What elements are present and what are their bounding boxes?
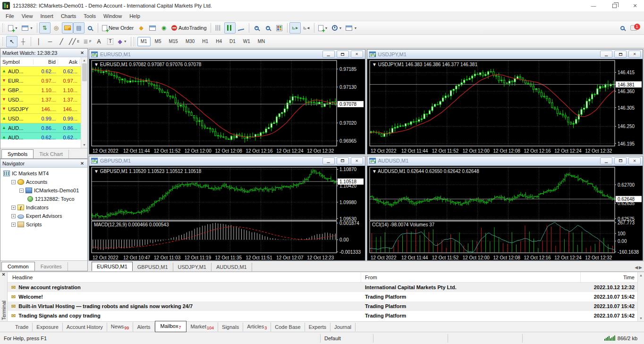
collapse-icon[interactable]: − — [11, 180, 16, 184]
zoom-out-button[interactable]: − — [263, 22, 274, 34]
arrows-menu-button[interactable]: ◆▼ — [116, 36, 128, 47]
chart-shift-button[interactable]: ⊾◂ — [301, 22, 312, 34]
chart-minimize-button[interactable]: ▁ — [322, 157, 335, 164]
scroll-up-icon[interactable]: ▲ — [639, 272, 643, 278]
menu-view[interactable]: View — [18, 12, 37, 20]
trendline-button[interactable]: ╱ — [56, 36, 67, 47]
window-restore-button[interactable] — [605, 0, 623, 11]
menu-window[interactable]: Window — [100, 12, 126, 20]
new-chart-button[interactable]: +▼ — [6, 22, 20, 34]
terminal-tab-trade[interactable]: Trade — [11, 323, 33, 331]
expand-icon[interactable]: + — [11, 223, 16, 227]
menu-charts[interactable]: Charts — [57, 12, 80, 20]
chart-titlebar-usdjpy[interactable]: USDJPY,M1▁✕ — [367, 50, 643, 59]
chart-close-button[interactable]: ✕ — [351, 157, 363, 164]
market-watch-close-button[interactable]: ✕ — [79, 51, 85, 55]
terminal-tab-alerts[interactable]: Alerts — [133, 323, 154, 331]
chart-tab-eurusd-m1[interactable]: EURUSD,M1 — [92, 262, 133, 271]
terminal-tab-account-history[interactable]: Account History — [63, 323, 107, 331]
candlestick-chart-button[interactable] — [224, 22, 236, 34]
expand-icon[interactable]: + — [11, 206, 16, 210]
toolbar-grip[interactable] — [134, 37, 136, 46]
timeframe-m15-button[interactable]: M15 — [165, 37, 181, 46]
periods-menu-button[interactable]: ▼ — [330, 22, 344, 34]
chart-minimize-button[interactable]: ▁ — [600, 157, 612, 164]
text-label-button[interactable]: T — [104, 36, 116, 47]
timeframe-h1-button[interactable]: H1 — [199, 37, 212, 46]
terminal-tab-articles[interactable]: Articles3 — [243, 322, 271, 332]
window-minimize-button[interactable]: — — [585, 0, 602, 11]
scroll-down-icon[interactable]: ▼ — [639, 315, 643, 321]
navigator-close-button[interactable]: ✕ — [79, 161, 85, 166]
data-window-toggle[interactable]: ◎ — [51, 22, 62, 34]
strategy-tester-toggle[interactable] — [85, 22, 96, 34]
scroll-up-icon[interactable]: ▲ — [83, 57, 86, 63]
terminal-tab-mailbox[interactable]: Mailbox7 — [155, 321, 187, 332]
tree-item-icmarkets-demo01[interactable]: −ICMarkets-Demo01 — [0, 186, 87, 195]
terminal-tab-signals[interactable]: Signals — [218, 323, 243, 331]
crosshair-button[interactable]: ┼ — [17, 36, 29, 47]
chart-close-button[interactable]: ✕ — [351, 51, 363, 58]
timeframe-w1-button[interactable]: W1 — [240, 37, 254, 46]
tree-item-accounts[interactable]: −Accounts — [0, 178, 87, 186]
column-headline[interactable]: Headline — [8, 272, 361, 282]
tile-windows-button[interactable] — [274, 22, 285, 34]
tab-tick-chart[interactable]: Tick Chart — [34, 150, 69, 158]
terminal-toggle[interactable]: ▤ — [73, 22, 85, 34]
toolbar-grip[interactable] — [2, 24, 4, 32]
search-button[interactable] — [617, 22, 628, 34]
fibonacci-button[interactable]: ≣F — [81, 36, 93, 47]
profiles-button[interactable]: ▼ — [20, 22, 35, 34]
terminal-tab-news[interactable]: News99 — [107, 322, 134, 332]
terminal-tab-experts[interactable]: Experts — [305, 323, 330, 331]
market-watch-row[interactable]: ▲AUD...0.62...0.62... — [0, 67, 81, 76]
new-order-button[interactable]: +New Order — [100, 22, 136, 34]
terminal-tab-code-base[interactable]: Code Base — [271, 323, 305, 331]
column-symbol[interactable]: Symbol — [0, 59, 34, 65]
tree-item-indicators[interactable]: +fIndicators — [0, 203, 87, 212]
tree-item-scripts[interactable]: +Scripts — [0, 220, 87, 229]
chart-canvas-audusd[interactable]: 267.7731000.00-160.1638CCI(14) -98.0074 … — [367, 166, 643, 261]
tab-symbols[interactable]: Symbols — [1, 149, 34, 159]
chart-canvas-usdjpy[interactable]: 146.415146.381146.360146.305146.250146.1… — [367, 59, 643, 154]
zoom-in-button[interactable]: + — [251, 22, 263, 34]
market-watch-row[interactable]: ▲AUD...0.86...0.86... — [0, 123, 81, 133]
column-bid[interactable]: Bid — [34, 59, 58, 65]
cursor-button[interactable]: ↖ — [6, 36, 17, 47]
terminal-close-button[interactable]: ✕ — [2, 272, 6, 279]
tab-common[interactable]: Common — [1, 262, 35, 271]
tree-item-ic-markets-mt4[interactable]: IC Markets MT4 — [0, 169, 87, 178]
chart-titlebar-eurusd[interactable]: EURUSD,M1▁✕ — [89, 50, 365, 59]
chart-tab-usdjpy-m1[interactable]: USDJPY,M1 — [173, 263, 212, 271]
expand-icon[interactable]: + — [11, 214, 16, 218]
terminal-tab-exposure[interactable]: Exposure — [33, 323, 62, 331]
market-watch-row[interactable]: ▼EUR...0.97...0.97... — [0, 76, 81, 86]
market-watch-row[interactable]: ▲AUD...0.62...0.62... — [0, 133, 81, 139]
timeframe-h4-button[interactable]: H4 — [212, 37, 225, 46]
chart-titlebar-audusd[interactable]: AUDUSD,M1▁✕ — [367, 156, 643, 166]
timeframe-m1-button[interactable]: M1 — [137, 37, 151, 46]
chart-restore-button[interactable] — [614, 51, 627, 58]
market-watch-row[interactable]: ▼GBP...1.10...1.10... — [0, 86, 81, 95]
equidistant-channel-button[interactable]: ╱╱E — [67, 36, 81, 47]
menu-tools[interactable]: Tools — [80, 12, 100, 20]
chart-close-button[interactable]: ✕ — [628, 157, 641, 164]
templates-menu-button[interactable]: ▼ — [344, 22, 359, 34]
chart-canvas-gbpusd[interactable]: 0.0018740.00-0.001333MACD(12,26,9) 0.000… — [89, 166, 365, 261]
market-watch-row[interactable]: ▼USD...1.37...1.37... — [0, 95, 81, 104]
vertical-line-button[interactable]: │ — [33, 36, 44, 47]
terminal-tab-market[interactable]: Market104 — [186, 322, 218, 332]
market-watch-scrollbar[interactable]: ▲ ▼ — [81, 57, 87, 148]
terminal-scrollbar[interactable]: ▲ ▼ — [637, 272, 644, 321]
signals-button[interactable]: ◉ — [158, 22, 169, 34]
column-from[interactable]: From — [361, 272, 581, 282]
chart-canvas-eurusd[interactable]: 0.971850.971300.970780.970200.9696512 Oc… — [89, 59, 365, 154]
market-watch-row[interactable]: ▲USD...0.99...0.99... — [0, 114, 81, 123]
chart-restore-button[interactable] — [337, 157, 349, 164]
mailbox-row[interactable]: ✉Trading Signals and copy tradingTrading… — [8, 311, 637, 320]
scrollbar-thumb[interactable] — [82, 63, 87, 81]
mailbox-row[interactable]: ✉Welcome!Trading Platform2022.10.07 15:4… — [8, 292, 637, 301]
chart-tab-audusd-m1[interactable]: AUDUSD,M1 — [212, 263, 252, 271]
chart-minimize-button[interactable]: ▁ — [322, 51, 335, 58]
chart-titlebar-gbpusd[interactable]: GBPUSD,M1▁✕ — [89, 156, 365, 166]
